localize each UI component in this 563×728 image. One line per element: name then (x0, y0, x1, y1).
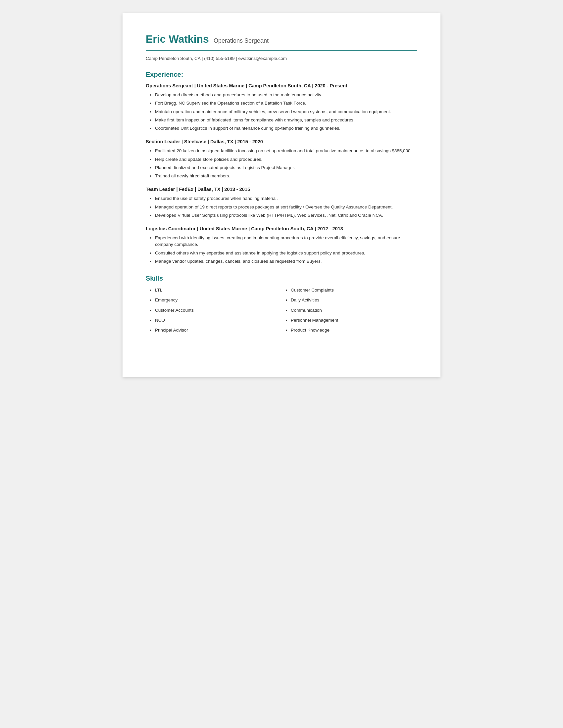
bullet-item: Consulted others with my expertise and a… (155, 250, 417, 256)
job-header-3: Logistics Coordinator | United States Ma… (146, 226, 417, 231)
skill-item: Customer Complaints (291, 287, 417, 294)
bullet-item: Trained all newly hired staff members. (155, 173, 417, 179)
skill-item: Personnel Management (291, 317, 417, 324)
job-header-1: Section Leader | Steelcase | Dallas, TX … (146, 139, 417, 144)
skill-item: Principal Advisor (155, 327, 282, 334)
location: Camp Pendleton South, CA (146, 56, 200, 61)
bullet-item: Experienced with identifying issues, cre… (155, 235, 417, 248)
skills-columns: LTLEmergencyCustomer AccountsNCOPrincipa… (146, 287, 417, 337)
skill-item: Communication (291, 307, 417, 314)
skill-item: LTL (155, 287, 282, 294)
bullet-item: Maintain operation and maintenance of mi… (155, 109, 417, 115)
skills-heading: Skills (146, 275, 417, 282)
job-bullets-2: Ensured the use of safety procedures whe… (146, 195, 417, 219)
bullet-item: Make first item inspection of fabricated… (155, 117, 417, 123)
full-name: Eric Watkins (146, 33, 209, 45)
bullet-item: Ensured the use of safety procedures whe… (155, 195, 417, 202)
job-bullets-1: Facilitated 20 kaizen in assigned facili… (146, 148, 417, 179)
contact-info: Camp Pendleton South, CA | (410) 555-518… (146, 56, 417, 61)
job-entry-0: Operations Sergeant | United States Mari… (146, 83, 417, 132)
job-entry-2: Team Leader | FedEx | Dallas, TX | 2013 … (146, 187, 417, 219)
skill-item: Daily Activities (291, 297, 417, 303)
bullet-item: Facilitated 20 kaizen in assigned facili… (155, 148, 417, 154)
job-title: Operations Sergeant (213, 37, 268, 44)
resume-document: Eric Watkins Operations Sergeant Camp Pe… (122, 13, 441, 377)
skill-item: Customer Accounts (155, 307, 282, 314)
skill-item: NCO (155, 317, 282, 324)
bullet-item: Manage vendor updates, changes, cancels,… (155, 258, 417, 265)
header-divider (146, 50, 417, 51)
skills-left-column: LTLEmergencyCustomer AccountsNCOPrincipa… (146, 287, 282, 337)
name-title-row: Eric Watkins Operations Sergeant (146, 33, 417, 45)
skill-item: Product Knowledge (291, 327, 417, 334)
experience-entries: Operations Sergeant | United States Mari… (146, 83, 417, 265)
job-entry-3: Logistics Coordinator | United States Ma… (146, 226, 417, 265)
job-bullets-0: Develop and directs methods and procedur… (146, 92, 417, 132)
job-header-2: Team Leader | FedEx | Dallas, TX | 2013 … (146, 187, 417, 192)
bullet-item: Develop and directs methods and procedur… (155, 92, 417, 98)
job-entry-1: Section Leader | Steelcase | Dallas, TX … (146, 139, 417, 179)
bullet-item: Help create and update store policies an… (155, 156, 417, 163)
bullet-item: Planned, finalized and executed projects… (155, 164, 417, 171)
contact-separator-2: | (236, 56, 238, 61)
job-bullets-3: Experienced with identifying issues, cre… (146, 235, 417, 265)
header-section: Eric Watkins Operations Sergeant Camp Pe… (146, 33, 417, 61)
skill-item: Emergency (155, 297, 282, 303)
bullet-item: Developed Virtual User Scripts using pro… (155, 212, 417, 219)
bullet-item: Fort Bragg, NC Supervised the Operations… (155, 100, 417, 107)
skills-right-list: Customer ComplaintsDaily ActivitiesCommu… (282, 287, 417, 334)
experience-heading: Experience: (146, 71, 417, 78)
job-header-0: Operations Sergeant | United States Mari… (146, 83, 417, 88)
skills-left-list: LTLEmergencyCustomer AccountsNCOPrincipa… (146, 287, 282, 334)
phone: (410) 555-5189 (204, 56, 234, 61)
email: ewatkins@example.com (238, 56, 287, 61)
skills-right-column: Customer ComplaintsDaily ActivitiesCommu… (282, 287, 417, 337)
experience-section: Experience: Operations Sergeant | United… (146, 71, 417, 265)
bullet-item: Managed operation of 19 direct reports t… (155, 204, 417, 210)
skills-section: Skills LTLEmergencyCustomer AccountsNCOP… (146, 275, 417, 337)
bullet-item: Coordinated Unit Logistics in support of… (155, 125, 417, 132)
